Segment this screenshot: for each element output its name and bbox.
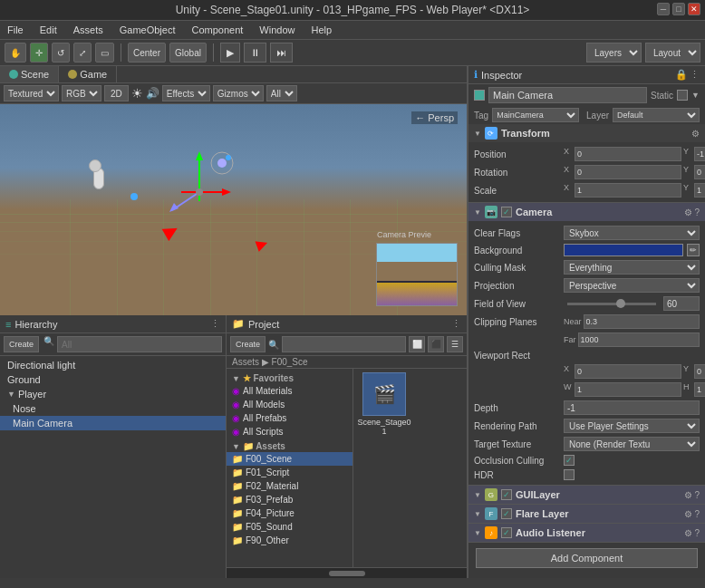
hierarchy-search-input[interactable]: [57, 336, 222, 352]
minimize-button[interactable]: ─: [657, 3, 670, 15]
tool-rect[interactable]: ▭: [95, 43, 114, 63]
layout-dropdown[interactable]: Layout: [645, 43, 700, 63]
project-menu-icon[interactable]: ⋮: [451, 318, 461, 330]
menu-assets[interactable]: Assets: [71, 24, 106, 36]
camera-help-icon[interactable]: ?: [694, 207, 700, 217]
flare-enabled-checkbox[interactable]: [501, 508, 512, 519]
scale-x-field[interactable]: [575, 183, 681, 198]
target-texture-select[interactable]: None (Render Textu: [564, 437, 700, 451]
vp-x-field[interactable]: [575, 364, 681, 379]
hier-item-main-camera[interactable]: Main Camera: [0, 416, 226, 430]
project-scrollbar-thumb[interactable]: [329, 571, 365, 576]
project-view-btn-1[interactable]: ⬜: [409, 336, 425, 352]
flare-help-icon[interactable]: ?: [694, 509, 700, 519]
effects-select[interactable]: Effects: [162, 85, 210, 101]
scene-viewport[interactable]: ▶ ▶ ← Persp Camera Previe: [0, 104, 467, 315]
menu-edit[interactable]: Edit: [37, 24, 60, 36]
inspector-menu-icon[interactable]: ⋮: [690, 69, 700, 81]
fov-value-field[interactable]: [663, 296, 700, 311]
pos-x-field[interactable]: [575, 147, 681, 161]
menu-help[interactable]: Help: [308, 24, 334, 36]
project-f00-scene[interactable]: 📁 F00_Scene: [227, 452, 352, 466]
project-f04-picture[interactable]: 📁 F04_Picture: [227, 506, 352, 520]
hdr-checkbox[interactable]: [564, 469, 575, 480]
rot-x-field[interactable]: [575, 165, 681, 179]
audio-settings-icon[interactable]: ⚙: [684, 528, 692, 538]
occlusion-culling-checkbox[interactable]: [564, 455, 575, 466]
guilayer-settings-icon[interactable]: ⚙: [684, 490, 692, 500]
vp-h-field[interactable]: [694, 382, 705, 397]
project-f01-script[interactable]: 📁 F01_Script: [227, 466, 352, 479]
guilayer-header[interactable]: ▼ G GUILayer ⚙ ?: [468, 486, 705, 504]
pause-button[interactable]: ⏸: [244, 43, 266, 63]
tool-scale[interactable]: ⤢: [73, 43, 92, 63]
project-f05-sound[interactable]: 📁 F05_Sound: [227, 520, 352, 534]
flare-layer-header[interactable]: ▼ F Flare Layer ⚙ ?: [468, 505, 705, 523]
fov-slider-thumb[interactable]: [616, 299, 625, 308]
hier-item-player[interactable]: ▼ Player: [0, 387, 226, 401]
audio-help-icon[interactable]: ?: [694, 528, 700, 538]
persp-label[interactable]: ← Persp: [411, 111, 458, 124]
textured-select[interactable]: Textured: [4, 85, 59, 101]
project-all-materials[interactable]: ◉ All Materials: [227, 384, 352, 398]
menu-file[interactable]: File: [5, 24, 26, 36]
static-dropdown-arrow[interactable]: ▼: [691, 91, 700, 100]
maximize-button[interactable]: □: [672, 3, 685, 15]
depth-field[interactable]: [564, 400, 700, 415]
camera-component-header[interactable]: ▼ 📷 Camera ⚙ ?: [468, 203, 705, 221]
hier-item-directional-light[interactable]: Directional light: [0, 358, 226, 372]
project-create-button[interactable]: Create: [230, 336, 266, 352]
layers-dropdown[interactable]: Layers: [586, 43, 642, 63]
play-button[interactable]: ▶: [220, 43, 240, 63]
vp-w-field[interactable]: [575, 382, 681, 397]
gizmos-select[interactable]: Gizmos: [213, 85, 264, 101]
menu-gameobject[interactable]: GameObject: [117, 24, 179, 36]
scale-y-field[interactable]: [694, 183, 705, 198]
close-button[interactable]: ✕: [688, 3, 700, 15]
camera-settings-icon[interactable]: ⚙: [684, 207, 692, 217]
project-all-scripts[interactable]: ◉ All Scripts: [227, 425, 352, 439]
flare-settings-icon[interactable]: ⚙: [684, 509, 692, 519]
audio-icon[interactable]: 🔊: [146, 87, 159, 100]
inspector-lock-icon[interactable]: 🔒: [675, 69, 688, 81]
camera-enabled-checkbox[interactable]: [501, 207, 512, 217]
background-color-swatch[interactable]: [564, 244, 683, 256]
fov-slider[interactable]: [567, 303, 656, 305]
project-view-btn-3[interactable]: ☰: [447, 336, 463, 352]
tool-move[interactable]: ✛: [30, 43, 48, 63]
hierarchy-menu-icon[interactable]: ⋮: [210, 318, 220, 330]
add-component-button[interactable]: Add Component: [476, 548, 698, 568]
project-all-models[interactable]: ◉ All Models: [227, 398, 352, 411]
project-all-prefabs[interactable]: ◉ All Prefabs: [227, 411, 352, 425]
rot-y-field[interactable]: [694, 165, 705, 179]
project-search-input[interactable]: [282, 336, 406, 352]
tab-game[interactable]: Game: [59, 66, 117, 82]
tag-select[interactable]: MainCamera: [492, 108, 579, 122]
center-pivot-button[interactable]: Center: [128, 43, 166, 63]
near-value-field[interactable]: [584, 314, 700, 329]
tool-rotate[interactable]: ↺: [52, 43, 70, 63]
global-local-button[interactable]: Global: [169, 43, 207, 63]
transform-header[interactable]: ▼ ⟳ Transform ⚙: [468, 124, 705, 142]
all-select[interactable]: All: [266, 85, 297, 101]
clear-flags-select[interactable]: Skybox: [564, 226, 700, 240]
far-value-field[interactable]: [578, 333, 700, 347]
guilayer-help-icon[interactable]: ?: [694, 490, 700, 500]
project-f02-material[interactable]: 📁 F02_Material: [227, 479, 352, 493]
rendering-path-select[interactable]: Use Player Settings: [564, 419, 700, 433]
projection-select[interactable]: Perspective: [564, 278, 700, 293]
2d-button[interactable]: 2D: [104, 85, 129, 101]
background-color-picker-btn[interactable]: ✏: [687, 244, 700, 256]
project-f90-other[interactable]: 📁 F90_Other: [227, 534, 352, 547]
layer-select[interactable]: Default: [613, 108, 700, 122]
audio-listener-header[interactable]: ▼ ♪ Audio Listener ⚙ ?: [468, 524, 705, 542]
hier-item-ground[interactable]: Ground: [0, 372, 226, 387]
transform-settings-icon[interactable]: ⚙: [691, 129, 700, 139]
menu-window[interactable]: Window: [256, 24, 297, 36]
hierarchy-create-button[interactable]: Create: [4, 336, 39, 352]
culling-mask-select[interactable]: Everything: [564, 260, 700, 275]
audio-enabled-checkbox[interactable]: [501, 527, 512, 538]
step-button[interactable]: ⏭: [270, 43, 293, 63]
menu-component[interactable]: Component: [188, 24, 246, 36]
object-active-checkbox[interactable]: [474, 90, 485, 101]
